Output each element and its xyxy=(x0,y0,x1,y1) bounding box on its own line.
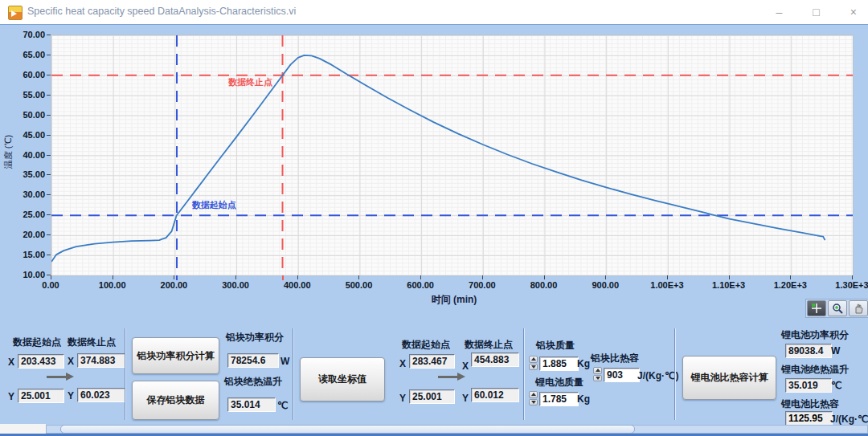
bat-end-y-field[interactable]: 60.012 xyxy=(471,388,519,402)
arrow-right-icon xyxy=(438,373,465,381)
x-tick-label: 1.00E+3 xyxy=(643,280,691,290)
y-tick-label: 45.00 xyxy=(10,130,45,140)
al-end-y-field[interactable]: 60.023 xyxy=(77,388,126,402)
al-start-x-field[interactable]: 203.433 xyxy=(18,354,64,369)
al-integral-button[interactable]: 铝块功率积分计算 xyxy=(132,337,219,374)
x-tick-mark xyxy=(113,275,113,279)
cursor-tool-button[interactable] xyxy=(807,300,826,316)
zoom-tool-button[interactable] xyxy=(828,300,847,316)
y-tick-label: 50.00 xyxy=(10,110,45,120)
graph-palette xyxy=(805,299,868,318)
title-bar: Specific heat capacity speed DataAnalysi… xyxy=(0,0,868,24)
data-curve xyxy=(51,55,825,262)
y-tick-mark xyxy=(47,55,51,55)
al-shc-stepper[interactable] xyxy=(593,367,602,381)
y-tick-mark xyxy=(47,115,51,116)
cursor-end-label[interactable]: 数据终止点 xyxy=(228,75,272,88)
crosshair-icon xyxy=(811,303,822,314)
minimize-button[interactable]: – xyxy=(776,6,783,18)
bat-shc-calc-button[interactable]: 锂电池比热容计算 xyxy=(682,356,776,400)
section-divider xyxy=(674,328,676,420)
x-tick-mark xyxy=(358,275,359,279)
y-tick-label: 60.00 xyxy=(10,70,45,79)
magnifier-icon xyxy=(832,303,843,314)
x-tick-mark xyxy=(174,275,174,279)
bat-temp-rise-field: 35.019 xyxy=(785,378,832,393)
bat-shc-unit: J/(Kg·℃) xyxy=(830,414,868,425)
y-tick-mark xyxy=(47,174,51,175)
bat-start-y-label: Y xyxy=(399,393,406,404)
y-tick-label: 25.00 xyxy=(10,210,45,219)
bat-temp-rise-unit: ℃ xyxy=(831,380,841,391)
al-shc-input[interactable]: 903 xyxy=(604,368,640,382)
y-tick-mark xyxy=(47,194,51,195)
al-start-y-field[interactable]: 25.001 xyxy=(18,389,64,403)
front-panel: 温度 (℃) 数据起始点 数据终止点 70.0065.0060.0055.005… xyxy=(0,24,868,436)
y-tick-label: 35.00 xyxy=(10,169,45,179)
bat-power-integral-field: 89038.4 xyxy=(785,344,832,358)
x-tick-mark xyxy=(544,275,545,279)
x-tick-label: 800.00 xyxy=(520,280,568,290)
bat-end-x-label: X xyxy=(462,361,469,372)
horizontal-scrollbar-thumb[interactable] xyxy=(60,425,635,434)
al-start-x-label: X xyxy=(8,357,14,368)
y-tick-label: 30.00 xyxy=(10,189,45,199)
bat-end-x-field[interactable]: 454.883 xyxy=(471,352,519,367)
x-tick-mark xyxy=(605,275,606,279)
bat-mass-stepper[interactable] xyxy=(529,391,538,405)
x-tick-mark xyxy=(790,275,791,279)
cursor-start-label[interactable]: 数据起始点 xyxy=(192,199,236,211)
y-tick-label: 65.00 xyxy=(10,50,45,59)
al-mass-input[interactable]: 1.885 xyxy=(539,357,579,371)
x-tick-label: 1.20E+3 xyxy=(766,280,814,290)
increment-icon[interactable] xyxy=(529,391,538,398)
bat-start-y-field[interactable]: 25.001 xyxy=(409,389,455,404)
al-shc-label: 铝块比热容 xyxy=(591,352,639,365)
al-start-y-label: Y xyxy=(8,391,14,402)
increment-icon[interactable] xyxy=(593,367,602,374)
x-tick-label: 500.00 xyxy=(334,280,383,290)
x-tick-label: 900.00 xyxy=(581,280,629,290)
al-save-button[interactable]: 保存铝块数据 xyxy=(132,381,219,420)
y-tick-label: 40.00 xyxy=(10,150,45,160)
y-tick-mark xyxy=(47,95,51,96)
maximize-button[interactable]: □ xyxy=(813,6,819,18)
labview-window: Specific heat capacity speed DataAnalysi… xyxy=(0,0,868,436)
x-tick-label: 0.00 xyxy=(27,280,75,290)
al-end-x-field[interactable]: 374.883 xyxy=(77,353,126,368)
bat-start-x-label: X xyxy=(399,358,406,369)
x-tick-mark xyxy=(420,275,421,279)
y-tick-mark xyxy=(47,214,51,215)
al-mass-stepper[interactable] xyxy=(529,356,538,370)
x-tick-label: 100.00 xyxy=(88,280,137,290)
section-divider xyxy=(293,328,294,420)
increment-icon[interactable] xyxy=(529,356,538,363)
y-tick-label: 10.00 xyxy=(10,270,45,279)
bat-start-x-field[interactable]: 283.467 xyxy=(409,354,455,369)
x-tick-label: 400.00 xyxy=(273,280,321,290)
y-tick-mark xyxy=(47,155,51,156)
x-tick-mark xyxy=(729,275,730,279)
al-mass-label: 铝块质量 xyxy=(536,339,575,352)
bat-mass-unit: Kg xyxy=(577,393,590,405)
bat-shc-label: 锂电池比热容 xyxy=(781,397,839,411)
y-tick-mark xyxy=(47,75,51,75)
y-tick-mark xyxy=(47,234,51,235)
read-coordinates-button[interactable]: 读取坐标值 xyxy=(300,357,385,401)
al-mass-unit: Kg xyxy=(577,358,590,369)
x-tick-mark xyxy=(51,275,51,279)
x-tick-mark xyxy=(235,275,236,279)
bat-start-point-label: 数据起始点 xyxy=(402,338,450,352)
al-end-point-label: 数据终止点 xyxy=(68,336,116,349)
decrement-icon[interactable] xyxy=(593,375,602,382)
pan-tool-button[interactable] xyxy=(849,300,868,316)
al-temp-rise-field: 35.014 xyxy=(227,397,276,412)
decrement-icon[interactable] xyxy=(529,399,538,406)
decrement-icon[interactable] xyxy=(529,364,538,371)
close-button[interactable]: × xyxy=(850,6,857,18)
al-power-integral-field: 78254.6 xyxy=(227,353,279,368)
al-power-integral-label: 铝块功率积分 xyxy=(226,331,284,344)
x-tick-label: 300.00 xyxy=(211,280,260,290)
bat-mass-input[interactable]: 1.785 xyxy=(539,392,579,406)
y-tick-label: 70.00 xyxy=(10,30,45,39)
